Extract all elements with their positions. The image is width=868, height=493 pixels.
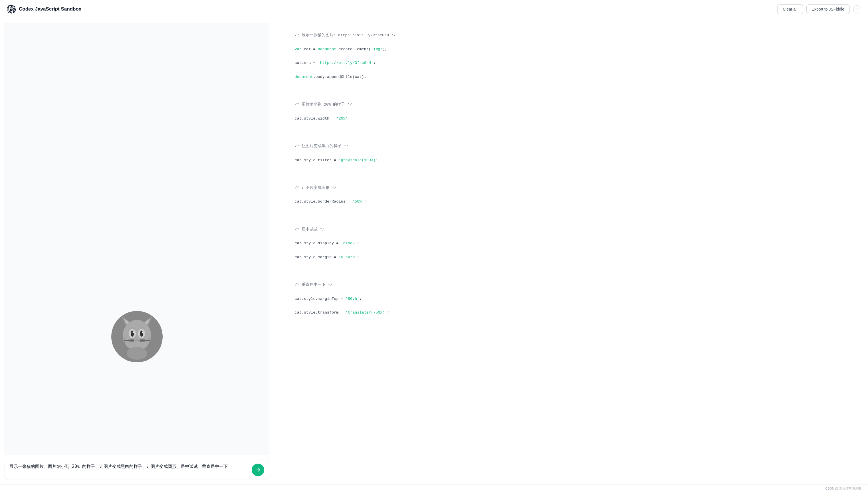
code-plain-8: ; — [348, 116, 350, 121]
code-plain-3: ); — [383, 47, 387, 51]
code-display: /* 展示一张猫的图片: https://bit.ly/3fsc0rH */ v… — [281, 25, 861, 323]
code-plain-4: cat.src = — [295, 61, 318, 65]
arrow-right-icon — [255, 467, 261, 473]
code-plain-12: ; — [364, 199, 366, 204]
cat-image — [111, 311, 162, 362]
header-right: Clear all Export to JSFiddle i — [777, 4, 861, 14]
code-plain-7: cat.style.width = — [295, 116, 337, 121]
export-button[interactable]: Export to JSFiddle — [806, 4, 850, 14]
code-string-3: '20%' — [336, 116, 348, 121]
svg-point-10 — [132, 331, 134, 333]
code-string-2: 'https://bit.ly/3fsc0rH' — [318, 61, 373, 65]
code-plain-16: ; — [357, 255, 359, 259]
send-button[interactable] — [252, 464, 264, 476]
code-plain-20: ; — [387, 310, 390, 315]
code-string-7: '0 auto' — [339, 255, 357, 259]
code-comment-6: /* 垂直居中一下 */ — [295, 283, 333, 287]
code-plain-19: cat.style.transform = — [295, 310, 346, 315]
code-plain-2: .createElement( — [336, 47, 371, 51]
code-string-8: '50vh' — [346, 297, 360, 301]
prompt-input[interactable] — [9, 463, 248, 476]
header-left: Codex JavaScript Sandbox — [7, 4, 81, 14]
code-plain-11: cat.style.borderRadius = — [295, 199, 353, 204]
code-plain-9: cat.style.filter = — [295, 158, 339, 162]
svg-point-8 — [131, 330, 134, 337]
info-icon[interactable]: i — [853, 5, 861, 13]
code-plain-18: ; — [359, 297, 362, 301]
input-area[interactable] — [4, 459, 269, 480]
code-string-6: 'block' — [341, 241, 357, 245]
code-plain-14: ; — [357, 241, 359, 245]
code-keyword-var: var — [295, 47, 302, 51]
code-comment-2: /* 图片缩小到 20% 的样子 */ — [295, 102, 352, 107]
preview-area — [4, 23, 269, 455]
code-plain-5: ; — [373, 61, 375, 65]
main-content: /* 展示一张猫的图片: https://bit.ly/3fsc0rH */ v… — [0, 18, 868, 485]
svg-point-1 — [123, 320, 151, 351]
svg-point-11 — [142, 331, 143, 333]
footer: CSDN @ 三天打鱼两无晴 — [0, 485, 868, 493]
svg-point-19 — [127, 347, 147, 360]
openai-logo-icon — [7, 4, 16, 14]
left-panel — [0, 18, 274, 485]
code-document-1: document — [318, 47, 337, 51]
code-comment-1: /* 展示一张猫的图片: https://bit.ly/3fsc0rH */ — [295, 33, 396, 37]
right-panel: /* 展示一张猫的图片: https://bit.ly/3fsc0rH */ v… — [274, 18, 868, 485]
code-plain-10: ; — [378, 158, 380, 162]
code-string-9: 'translateY(-50%)' — [346, 310, 387, 315]
code-string-4: 'grayscale(100%)' — [339, 158, 378, 162]
code-plain-15: cat.style.margin = — [295, 255, 339, 259]
code-plain-1: cat = — [302, 47, 318, 51]
footer-text: CSDN @ 三天打鱼两无晴 — [825, 487, 861, 490]
clear-all-button[interactable]: Clear all — [777, 4, 803, 14]
code-plain-17: cat.style.marginTop = — [295, 297, 346, 301]
cat-svg — [111, 311, 162, 362]
code-comment-4: /* 让图片变成圆形 */ — [295, 186, 337, 190]
code-string-1: 'img' — [371, 47, 383, 51]
svg-point-9 — [140, 330, 143, 337]
code-plain-6: .body.appendChild(cat); — [313, 75, 366, 79]
code-string-5: '50%' — [352, 199, 364, 204]
code-comment-3: /* 让图片变成黑白的样子 */ — [295, 144, 349, 148]
header: Codex JavaScript Sandbox Clear all Expor… — [0, 0, 868, 18]
code-document-2: document — [295, 75, 313, 79]
code-comment-5: /* 居中试试 */ — [295, 228, 325, 232]
code-plain-13: cat.style.display = — [295, 241, 341, 245]
app-title: Codex JavaScript Sandbox — [19, 6, 81, 12]
